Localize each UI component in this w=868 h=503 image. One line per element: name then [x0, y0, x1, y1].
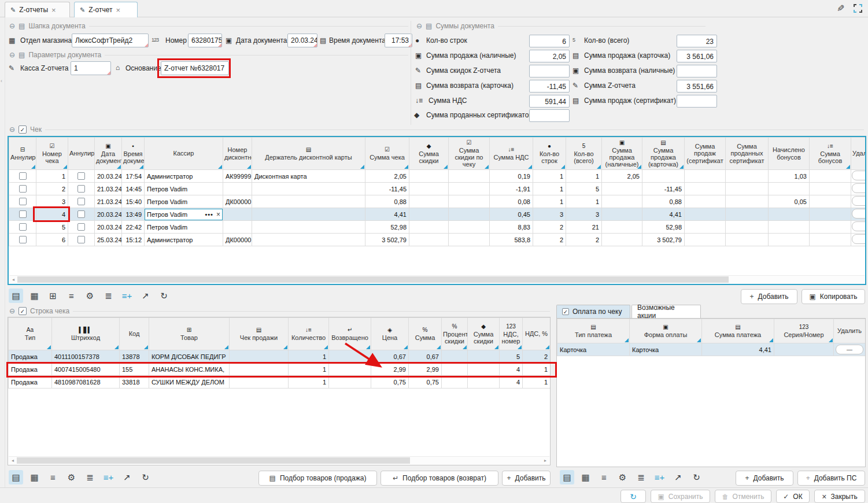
vat-sum-input[interactable]: 591,44	[529, 95, 570, 108]
annulled-cell[interactable]	[68, 208, 95, 221]
calendar-view-icon[interactable]: ⊞	[46, 289, 60, 303]
add-check-button[interactable]: + Добавить	[741, 289, 797, 304]
detail-view-icon[interactable]: ▤	[560, 470, 574, 484]
add-lines-icon[interactable]: ≡+	[120, 289, 134, 303]
line-row[interactable]: Продажа 4810987081628 33818 СУШКИ МЕЖДУ …	[9, 376, 551, 389]
ok-button[interactable]: ✓ ОК	[776, 490, 810, 503]
copy-check-button[interactable]: ▣ Копировать	[801, 289, 865, 304]
col-lines-count[interactable]: ●Кол-во строк	[533, 138, 566, 170]
cancel-button[interactable]: 🗑 Отменить	[715, 490, 771, 503]
row-checkbox[interactable]	[19, 236, 27, 243]
grid-view-icon[interactable]: ▦	[27, 470, 42, 484]
qty-total-input[interactable]: 23	[677, 35, 717, 47]
annul-cell[interactable]	[9, 195, 36, 208]
row-delete-button[interactable]	[852, 171, 866, 180]
row-delete-button[interactable]	[852, 183, 866, 193]
line-group-checkbox[interactable]: ✓	[19, 307, 27, 315]
add-line-button[interactable]: + Добавить	[502, 471, 551, 486]
line-row[interactable]: Продажа 4007415005480 155 АНАНАСЫ КОНС.М…	[9, 363, 551, 376]
filter-icon[interactable]: ≡	[597, 470, 611, 484]
scroll-thumb[interactable]	[17, 457, 410, 464]
row-checkbox[interactable]	[77, 210, 85, 218]
number-input[interactable]: 63280175	[188, 34, 222, 47]
col-card-sales[interactable]: ▤Сумма продажа (карточка)	[642, 138, 685, 170]
cert-sold-input[interactable]	[529, 109, 570, 122]
doc-date-input[interactable]: 20.03.24	[287, 34, 317, 47]
row-checkbox[interactable]	[77, 172, 85, 180]
filter-icon[interactable]: ≡	[46, 470, 60, 484]
row-checkbox[interactable]	[19, 185, 27, 193]
col-card-holder[interactable]: ▤Держатель дисконтной карты	[252, 138, 365, 170]
cert-sales-input[interactable]	[677, 95, 717, 108]
col-discount-pct[interactable]: %Процент скидки	[442, 318, 468, 350]
row-delete-button[interactable]	[852, 196, 866, 206]
check-row[interactable]: 3 21.03.24 15:40 Петров Vadim ДК00000 0,…	[9, 195, 866, 208]
collapse-icon[interactable]: ⊖	[416, 22, 422, 30]
col-doc-time[interactable]: ▪Время документа	[122, 138, 145, 170]
pick-goods-return-button[interactable]: ↵ Подбор товаров (возврат)	[381, 471, 498, 486]
col-discount-number[interactable]: Номер дисконтной	[223, 138, 252, 170]
col-vat-sum[interactable]: ↓≡Сумма НДС	[490, 138, 533, 170]
col-product[interactable]: ⊞Товар	[149, 318, 230, 350]
filter-icon[interactable]: ≡	[64, 289, 79, 303]
annulled-cell[interactable]	[68, 234, 95, 246]
grid-view-icon[interactable]: ▦	[578, 470, 593, 484]
col-returned[interactable]: ↵Возвращено	[329, 318, 371, 350]
row-checkbox[interactable]	[19, 198, 27, 205]
col-sale-check[interactable]: ▤Чек продажи	[230, 318, 289, 350]
lookup-dots-button[interactable]: •••	[205, 211, 213, 218]
col-sum[interactable]: %Сумма	[409, 318, 442, 350]
row-checkbox[interactable]	[77, 185, 85, 193]
col-discount-sum[interactable]: ◆Сумма скидки	[409, 138, 449, 170]
card-return-input[interactable]: -11,45	[529, 80, 570, 93]
pick-goods-sale-button[interactable]: ▤ Подбор товаров (продажа)	[258, 471, 377, 486]
check-row[interactable]: 1 20.03.24 17:54 Администратор АК99999 Д…	[9, 170, 866, 183]
row-delete-button[interactable]	[852, 209, 866, 219]
annul-cell[interactable]	[9, 208, 36, 221]
col-quantity[interactable]: ↓≡Количество	[289, 318, 329, 350]
col-delete[interactable]: Удалить	[834, 319, 866, 343]
row-checkbox[interactable]	[19, 210, 27, 218]
footer-refresh-button[interactable]: ↻	[620, 490, 646, 503]
annulled-cell[interactable]	[68, 183, 95, 195]
refresh-icon[interactable]: ↻	[689, 470, 704, 484]
row-delete-button[interactable]	[852, 221, 866, 231]
col-payment-sum[interactable]: ▤Сумма платежа	[702, 319, 774, 343]
annulled-cell[interactable]	[68, 221, 95, 234]
col-discount-sum[interactable]: ◆Сумма скидки	[468, 318, 500, 350]
col-cash-sales[interactable]: ▣Сумма продажа (наличные)	[602, 138, 642, 170]
col-check-number[interactable]: ☑Номер чека	[36, 138, 68, 170]
col-price[interactable]: ◈Цена	[371, 318, 409, 350]
line-row-selected[interactable]: Продажа 4011100157378 13878 КОРМ Д/СОБАК…	[9, 350, 551, 363]
col-vat-number[interactable]: 123НДС, номер	[500, 318, 523, 350]
kassa-input[interactable]: 1	[71, 61, 111, 75]
zreport-sum-input[interactable]: 3 551,66	[677, 80, 717, 93]
tab-z-reports[interactable]: ✎ Z-отчеты ×	[5, 2, 70, 17]
store-input[interactable]: ЛюксСофтТрейд2	[72, 34, 149, 47]
annulled-cell[interactable]	[68, 170, 95, 183]
scroll-right-arrow-icon[interactable]: ▸	[541, 458, 549, 463]
refresh-icon[interactable]: ↻	[157, 289, 171, 303]
annul-cell[interactable]	[9, 170, 36, 183]
check-row[interactable]: 5 20.03.24 22:42 Петров Vadim 52,98 8,83…	[9, 221, 866, 234]
scroll-left-arrow-icon[interactable]: ◂	[9, 458, 17, 463]
cash-sales-input[interactable]: 2,05	[529, 50, 570, 62]
cashier-cell-editor[interactable]: Петров Vadim ••• ×	[145, 208, 223, 221]
collapse-icon[interactable]: ⊖	[9, 22, 15, 30]
row-delete-button[interactable]	[852, 234, 866, 244]
numbered-list-icon[interactable]: ≣	[101, 289, 116, 303]
col-code[interactable]: Код	[120, 318, 149, 350]
check-row-selected[interactable]: 4 20.03.24 13:49 Петров Vadim ••• × 4,41	[9, 208, 866, 221]
open-external-icon[interactable]: ↗	[671, 470, 685, 484]
row-checkbox[interactable]	[77, 223, 85, 231]
check-table-hscrollbar[interactable]: ◂	[9, 275, 865, 283]
col-type[interactable]: АаТип	[9, 318, 52, 350]
left-collapse-strip[interactable]: ‹	[0, 17, 5, 489]
tab-z-report[interactable]: ✎ Z-отчет ×	[74, 2, 138, 17]
payment-row-selected[interactable]: Карточка Карточка 4,41 —	[557, 343, 866, 356]
settings-gear-icon[interactable]: ⚙	[83, 289, 97, 303]
col-bonus-sum[interactable]: ↓≡Сумма бонусов	[810, 138, 851, 170]
col-cert-sold[interactable]: Сумма проданных сертификат	[726, 138, 769, 170]
line-table-hscrollbar[interactable]: ◂ ▸	[9, 456, 549, 464]
close-button[interactable]: × Закрыть	[814, 490, 865, 503]
